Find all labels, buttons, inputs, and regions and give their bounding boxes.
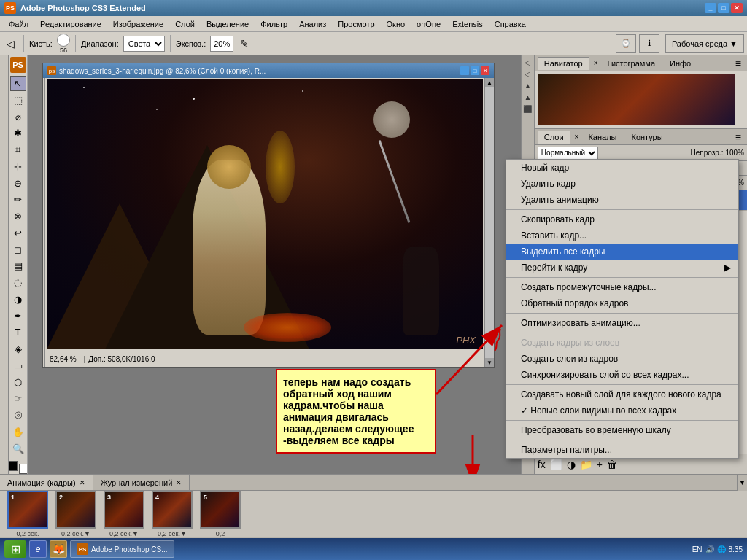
workspace-btn[interactable]: Рабочая среда ▼ xyxy=(665,34,744,53)
tool-zoom[interactable]: 🔍 xyxy=(10,440,26,456)
frame-thumb-2[interactable]: 2 xyxy=(55,491,96,529)
info-btn[interactable]: ℹ xyxy=(639,34,659,53)
tool-option-btn[interactable]: ◁ xyxy=(3,34,18,53)
tab-layers[interactable]: Слои xyxy=(538,131,570,144)
tool-eraser[interactable]: ◻ xyxy=(10,241,26,257)
sidebar-icon-5[interactable]: ⬛ xyxy=(522,104,533,114)
ctx-goto-frame[interactable]: Перейти к кадру xyxy=(506,260,738,276)
ctx-optimize-anim[interactable]: Оптимизировать анимацию... xyxy=(506,315,738,331)
add-mask-btn[interactable]: ⬜ xyxy=(550,459,562,470)
menu-extensis[interactable]: Extensis xyxy=(446,18,489,30)
tab-info[interactable]: Инфо xyxy=(663,57,697,70)
layers-menu-btn[interactable]: ≡ xyxy=(732,131,744,143)
tool-dodge[interactable]: ◑ xyxy=(10,291,26,307)
range-select[interactable]: Света xyxy=(123,36,165,52)
ctx-make-layers-from-frames[interactable]: Создать слои из кадров xyxy=(506,351,738,367)
firefox-btn[interactable]: 🦊 xyxy=(50,540,67,558)
ctx-new-layers-visible[interactable]: ✓ Новые слои видимы во всех кадрах xyxy=(506,402,738,419)
ctx-new-frame[interactable]: Новый кадр xyxy=(506,160,738,176)
tool-lasso[interactable]: ⌀ xyxy=(10,109,26,125)
add-layer-btn[interactable]: + xyxy=(597,459,603,470)
tool-eyedropper[interactable]: ⦾ xyxy=(10,408,26,424)
menu-image[interactable]: Изображение xyxy=(107,18,169,30)
layers-mode-select[interactable]: Нормальный xyxy=(538,147,598,160)
ctx-paste-frame[interactable]: Вставить кадр... xyxy=(506,228,738,244)
exposure-input[interactable]: 20% xyxy=(210,36,233,52)
tab-channels[interactable]: Каналы xyxy=(581,131,623,144)
ctx-tween-frames[interactable]: Создать промежуточные кадры... xyxy=(506,279,738,295)
tool-history-brush[interactable]: ↩ xyxy=(10,225,26,241)
document-canvas[interactable]: PHX xyxy=(47,79,483,349)
brush-preview[interactable]: 56 xyxy=(57,34,70,54)
tab-paths[interactable]: Контуры xyxy=(624,131,669,144)
frame-thumb-4[interactable]: 4 xyxy=(152,491,193,529)
ctx-delete-animation[interactable]: Удалить анимацию xyxy=(506,192,738,208)
tool-move[interactable]: ↖ xyxy=(10,76,26,92)
maximize-button[interactable]: □ xyxy=(718,3,729,13)
ie-btn[interactable]: e xyxy=(29,540,47,558)
tool-3d[interactable]: ⬡ xyxy=(10,374,26,390)
sidebar-icon-2[interactable]: ◁ xyxy=(522,69,533,79)
ctx-select-all-frames[interactable]: Выделить все кадры xyxy=(506,244,738,260)
tool-text[interactable]: T xyxy=(10,324,26,341)
menu-layer[interactable]: Слой xyxy=(169,18,201,30)
ctx-palette-options[interactable]: Параметры палитры... xyxy=(506,442,738,458)
tab-navigator[interactable]: Навигатор xyxy=(538,57,589,70)
tool-gradient[interactable]: ▤ xyxy=(10,258,26,274)
delete-layer-btn[interactable]: 🗑 xyxy=(607,459,617,470)
close-button[interactable]: ✕ xyxy=(731,3,743,13)
add-adjustment-btn[interactable]: ◑ xyxy=(567,459,576,470)
menu-window[interactable]: Окно xyxy=(381,18,411,30)
scroll-up-btn[interactable]: ▲ xyxy=(485,78,494,87)
ctx-new-layer-each-frame[interactable]: Создавать новый слой для каждого нового … xyxy=(506,386,738,402)
sidebar-icon-4[interactable]: ▲ xyxy=(522,92,533,102)
doc-close[interactable]: ✕ xyxy=(481,66,489,75)
doc-maximize[interactable]: □ xyxy=(471,66,479,75)
menu-view[interactable]: Просмотр xyxy=(332,18,380,30)
ctx-delete-frame[interactable]: Удалить кадр xyxy=(506,176,738,192)
menu-help[interactable]: Справка xyxy=(489,18,532,30)
tool-hand[interactable]: ✋ xyxy=(10,424,26,440)
tab-measurement-log[interactable]: Журнал измерений ✕ xyxy=(93,475,190,490)
menu-analysis[interactable]: Анализ xyxy=(293,18,332,30)
tool-clone[interactable]: ⊗ xyxy=(10,209,26,225)
sidebar-icon-3[interactable]: ▲ xyxy=(522,80,533,90)
sidebar-icon-1[interactable]: ◁ xyxy=(522,57,533,67)
history-btn[interactable]: ⌚ xyxy=(616,34,636,53)
doc-right-scrollbar[interactable]: ▲ ▼ xyxy=(484,78,494,367)
ctx-sync-layer[interactable]: Синхронизировать слой со всех кадрах... xyxy=(506,367,738,383)
tool-notes[interactable]: ☞ xyxy=(10,391,26,407)
animation-tab-close[interactable]: ✕ xyxy=(80,479,85,486)
tool-quick-select[interactable]: ✱ xyxy=(10,125,26,141)
tool-select-rect[interactable]: ⬚ xyxy=(10,92,26,108)
scroll-down-btn[interactable]: ▼ xyxy=(485,358,494,367)
ctx-reverse-frames[interactable]: Обратный порядок кадров xyxy=(506,295,738,311)
tool-heal[interactable]: ⊕ xyxy=(10,175,26,191)
tool-pen[interactable]: ✒ xyxy=(10,308,26,324)
menu-file[interactable]: Файл xyxy=(3,18,34,30)
taskbar-photoshop[interactable]: PS Adobe Photoshop CS... xyxy=(70,540,174,558)
tool-path-select[interactable]: ◈ xyxy=(10,341,26,357)
menu-filter[interactable]: Фильтр xyxy=(255,18,293,30)
frame-thumb-3[interactable]: 3 xyxy=(104,491,144,529)
menu-onone[interactable]: onOne xyxy=(411,18,446,30)
start-button[interactable]: ⊞ xyxy=(4,540,26,558)
tool-brush[interactable]: ✏ xyxy=(10,192,26,208)
doc-minimize[interactable]: _ xyxy=(460,66,469,75)
add-style-btn[interactable]: fx xyxy=(538,459,546,470)
menu-edit[interactable]: Редактирование xyxy=(34,18,107,30)
tab-animation-frames[interactable]: Анимация (кадры) ✕ xyxy=(0,475,93,490)
foreground-color[interactable] xyxy=(9,461,18,471)
add-group-btn[interactable]: 📁 xyxy=(580,459,592,470)
background-color[interactable] xyxy=(19,464,28,474)
tool-blur[interactable]: ◌ xyxy=(10,275,26,291)
measurement-tab-close[interactable]: ✕ xyxy=(176,479,182,486)
ctx-copy-frame[interactable]: Скопировать кадр xyxy=(506,211,738,228)
airbrush-btn[interactable]: ✎ xyxy=(236,34,252,53)
navigator-menu-btn[interactable]: ≡ xyxy=(732,58,744,69)
frame-thumb-1[interactable]: 1 xyxy=(7,491,48,529)
frame-thumb-5[interactable]: 5 xyxy=(200,491,241,529)
tool-slice[interactable]: ⊹ xyxy=(10,158,26,174)
tool-shape[interactable]: ▭ xyxy=(10,357,26,373)
menu-select[interactable]: Выделение xyxy=(201,18,255,30)
